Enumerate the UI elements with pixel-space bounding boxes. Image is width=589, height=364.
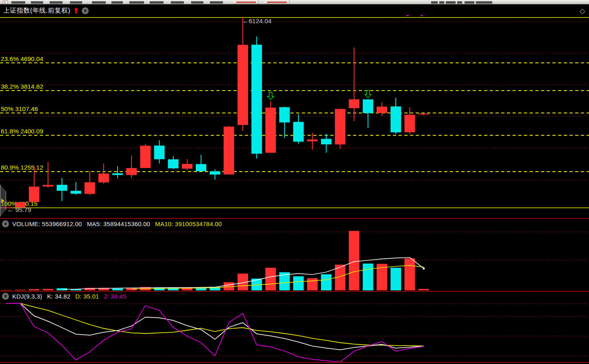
price-annotation: ←6124.04 (242, 17, 272, 24)
green-down-arrow-marker (267, 92, 274, 100)
volume-indicator-values: VOLUME: 553966912.00MA5: 35894415360.00M… (12, 220, 227, 227)
green-down-arrow-marker (365, 90, 371, 98)
fib-level-label: 38.2% 3814.82 (1, 83, 43, 90)
fib-level-label: 61.8% 2400.09 (1, 128, 43, 135)
indicator-value: MA5: 35894415360.00 (87, 220, 151, 227)
fib-level-label: 80.9% 1255.12 (1, 164, 43, 171)
indicator-value: MA10: 39100534784.00 (155, 220, 222, 227)
indicator-value: KDJ(9,3,3) (12, 293, 42, 300)
fib-level-label: 50% 3107.46 (1, 105, 38, 112)
expand-right-icon (1, 198, 4, 203)
indicator-value: J: 34.45 (104, 293, 127, 300)
chevron-down-icon[interactable]: ∨ (82, 7, 89, 14)
kdj-indicator-values: KDJ(9,3,3)K: 34.82D: 35.01J: 34.45 (12, 293, 131, 300)
chevron-down-icon[interactable]: ∨ (2, 293, 9, 300)
up-arrow-icon: ⬆ (73, 8, 79, 14)
chart-canvas: 23.6% 4690.0438.2% 3814.8250% 3107.4661.… (0, 0, 589, 364)
chart-title-bar: 上证指数(年线.前复权) ⬆ ∨ (3, 7, 89, 15)
kdj-pane-header: ∨ KDJ(9,3,3)K: 34.82D: 35.01J: 34.45 (2, 293, 131, 300)
fib-level-label: 23.6% 4690.04 (1, 55, 44, 62)
volume-pane-header: ∨ VOLUME: 553966912.00MA5: 35894415360.0… (2, 220, 227, 227)
page-title: 上证指数(年线.前复权) (3, 7, 70, 15)
chevron-down-icon[interactable]: ∨ (2, 220, 9, 227)
indicator-value: D: 35.01 (75, 293, 99, 300)
indicator-value: VOLUME: 553966912.00 (12, 220, 82, 227)
trading-app-window: { "menu_bar": {"note": "menu text croppe… (0, 0, 589, 364)
diamond-icon[interactable]: ◇ (580, 7, 585, 15)
indicator-value: K: 34.82 (47, 293, 70, 300)
price-annotation: ← 95.79 (7, 206, 31, 213)
